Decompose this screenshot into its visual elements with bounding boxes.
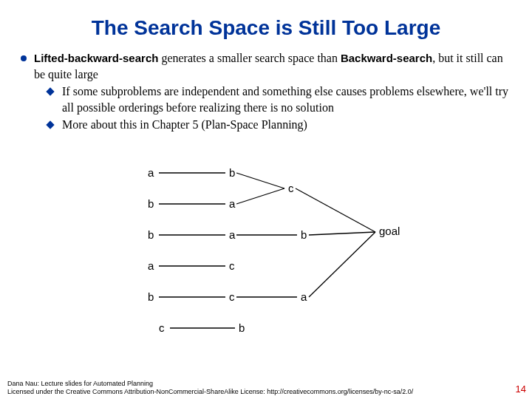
search-tree-diagram: a b c b a b a b goal a c b c a c b	[140, 164, 451, 358]
node-b: b	[239, 321, 245, 334]
node-c: c	[229, 290, 235, 303]
subbullet-2: More about this in Chapter 5 (Plan-Space…	[47, 117, 513, 133]
subbullet-2-text: More about this in Chapter 5 (Plan-Space…	[62, 117, 307, 133]
node-c: c	[288, 182, 294, 194]
footer-line-1: Dana Nau: Lecture slides for Automated P…	[7, 380, 525, 388]
node-a: a	[148, 259, 154, 272]
svg-line-2	[236, 173, 284, 188]
bullet-1-text: Lifted-backward-search generates a small…	[34, 50, 513, 82]
footer-line-2: Licensed under the Creative Commons Attr…	[7, 388, 525, 396]
node-b: b	[148, 228, 154, 241]
footer: Dana Nau: Lecture slides for Automated P…	[7, 380, 525, 397]
node-b: b	[148, 197, 154, 210]
node-a: a	[301, 290, 307, 303]
svg-line-12	[309, 232, 375, 297]
bold-term-1: Lifted-backward-search	[34, 52, 158, 64]
node-c: c	[229, 259, 235, 272]
svg-line-10	[296, 188, 375, 232]
bold-term-2: Backward-search	[341, 52, 432, 64]
goal-label: goal	[379, 225, 400, 237]
diamond-icon	[46, 121, 54, 129]
svg-line-11	[309, 232, 375, 235]
slide-title: The Search Space is Still Too Large	[0, 0, 532, 50]
bullet-1: Lifted-backward-search generates a small…	[21, 50, 513, 82]
page-number: 14	[516, 383, 526, 395]
node-b: b	[301, 228, 307, 241]
node-c: c	[159, 321, 165, 334]
node-b: b	[148, 290, 154, 303]
bullet-dot-icon	[21, 55, 27, 61]
diamond-icon	[46, 88, 54, 96]
subbullet-1: If some subproblems are independent and …	[47, 83, 513, 115]
node-a: a	[229, 197, 235, 210]
subbullet-1-text: If some subproblems are independent and …	[62, 83, 513, 115]
node-a: a	[148, 166, 154, 179]
node-b: b	[229, 166, 235, 179]
svg-line-3	[236, 188, 284, 204]
node-a: a	[229, 228, 235, 241]
